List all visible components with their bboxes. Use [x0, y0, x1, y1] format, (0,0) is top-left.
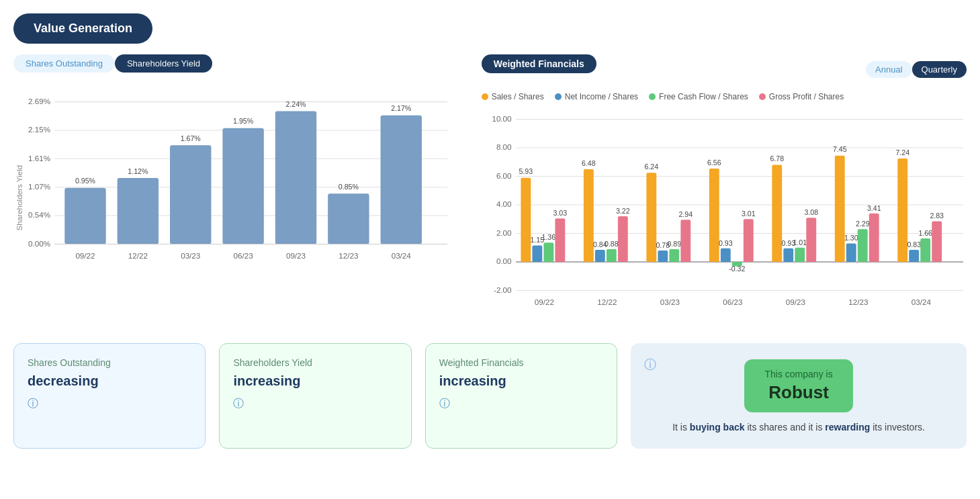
svg-rect-92	[806, 218, 816, 262]
legend-dot-gross-profit	[759, 93, 766, 100]
svg-rect-72	[669, 249, 679, 262]
svg-rect-108	[920, 238, 930, 262]
svg-text:06/23: 06/23	[234, 251, 253, 260]
legend-dot-net-income	[555, 93, 562, 100]
legend-label-gross-profit: Gross Profit / Shares	[769, 92, 844, 101]
svg-text:-0.32: -0.32	[729, 265, 745, 273]
card-yield-label: Shareholders Yield	[233, 357, 397, 368]
svg-rect-90	[795, 248, 805, 262]
svg-rect-79	[721, 248, 731, 262]
shareholders-yield-chart: Shareholders Yield 2.69% 2.15% 1.61% 1.0…	[13, 83, 455, 298]
svg-text:12/22: 12/22	[128, 251, 148, 260]
svg-rect-28	[328, 193, 369, 244]
svg-text:6.78: 6.78	[770, 154, 784, 163]
svg-text:2.15%: 2.15%	[28, 125, 50, 134]
svg-rect-70	[658, 251, 668, 262]
svg-text:1.36: 1.36	[541, 233, 555, 241]
svg-text:2.29: 2.29	[856, 220, 870, 228]
svg-rect-31	[381, 116, 422, 244]
svg-text:0.00: 0.00	[496, 257, 512, 265]
left-panel: Shares Outstanding Shareholders Yield Sh…	[13, 54, 455, 298]
svg-text:8.00: 8.00	[496, 142, 512, 151]
legend-dot-fcf	[649, 93, 656, 100]
svg-text:09/23: 09/23	[785, 298, 805, 306]
svg-text:3.41: 3.41	[867, 204, 881, 212]
right-panel: Weighted Financials Annual Quarterly Sal…	[482, 54, 967, 323]
svg-text:Shareholders Yield: Shareholders Yield	[15, 165, 24, 231]
svg-rect-59	[584, 169, 594, 262]
bottom-section: Shares Outstanding decreasing ⓘ Sharehol…	[13, 343, 967, 449]
svg-rect-106	[909, 250, 919, 262]
svg-text:0.88: 0.88	[605, 240, 619, 248]
svg-text:03/23: 03/23	[181, 251, 200, 260]
svg-text:6.48: 6.48	[582, 159, 596, 167]
svg-text:7.24: 7.24	[895, 148, 909, 156]
right-header: Weighted Financials Annual Quarterly	[482, 54, 967, 84]
period-annual-btn[interactable]: Annual	[866, 61, 911, 78]
chart-legend: Sales / Shares Net Income / Shares Free …	[482, 92, 967, 101]
svg-text:03/24: 03/24	[392, 251, 412, 260]
svg-rect-65	[618, 216, 628, 262]
tab-shareholders-yield[interactable]: Shareholders Yield	[115, 54, 212, 73]
robust-info-icon[interactable]: ⓘ	[644, 357, 656, 373]
svg-text:03/24: 03/24	[911, 298, 931, 306]
robust-description: It is buying back its shares and it is r…	[672, 422, 925, 433]
svg-text:0.89: 0.89	[667, 240, 681, 248]
svg-text:0.00%: 0.00%	[28, 239, 50, 248]
svg-rect-74	[680, 220, 691, 262]
svg-rect-104	[897, 158, 907, 262]
robust-card: ⓘ This company is Robust It is buying ba…	[631, 343, 967, 449]
svg-rect-97	[846, 243, 856, 262]
period-quarterly-btn[interactable]: Quarterly	[912, 61, 967, 78]
main-title: Value Generation	[13, 13, 152, 44]
svg-rect-86	[772, 165, 782, 262]
robust-badge: This company is Robust	[744, 359, 852, 412]
svg-text:1.30: 1.30	[844, 234, 858, 242]
card-shares-value: decreasing	[28, 373, 191, 389]
info-icon-wf[interactable]: ⓘ	[439, 397, 603, 411]
weighted-financials-title: Weighted Financials	[482, 54, 596, 73]
svg-text:6.00: 6.00	[496, 171, 512, 180]
svg-rect-83	[744, 219, 754, 262]
svg-text:2.24%: 2.24%	[285, 100, 306, 108]
svg-text:7.45: 7.45	[833, 145, 847, 153]
svg-text:12/23: 12/23	[848, 298, 868, 306]
svg-rect-101	[868, 214, 879, 262]
legend-fcf: Free Cash Flow / Shares	[649, 92, 748, 101]
card-weighted-financials: Weighted Financials increasing ⓘ	[425, 343, 617, 449]
svg-rect-77	[709, 169, 719, 262]
robust-badge-title: This company is	[764, 369, 832, 379]
svg-text:10.00: 10.00	[492, 114, 512, 123]
svg-text:3.22: 3.22	[616, 207, 630, 215]
weighted-financials-chart: 10.00 8.00 6.00 4.00 2.00 0.00 -2.00	[482, 108, 967, 323]
card-shares-outstanding: Shares Outstanding decreasing ⓘ	[13, 343, 206, 449]
svg-rect-61	[595, 250, 605, 262]
card-wf-label: Weighted Financials	[439, 357, 603, 368]
tab-shares-outstanding[interactable]: Shares Outstanding	[13, 54, 115, 73]
svg-rect-13	[64, 188, 105, 244]
info-icon-yield[interactable]: ⓘ	[233, 397, 397, 411]
svg-text:1.12%: 1.12%	[128, 167, 148, 175]
svg-text:6.56: 6.56	[707, 158, 721, 167]
card-shares-label: Shares Outstanding	[28, 357, 191, 368]
svg-text:2.69%: 2.69%	[28, 97, 50, 105]
svg-rect-95	[834, 156, 844, 262]
legend-sales: Sales / Shares	[482, 92, 544, 101]
info-icon-shares[interactable]: ⓘ	[28, 397, 191, 411]
svg-rect-22	[222, 128, 263, 244]
svg-text:09/22: 09/22	[535, 298, 554, 306]
left-tab-group: Shares Outstanding Shareholders Yield	[13, 54, 455, 73]
svg-text:1.67%: 1.67%	[181, 134, 202, 142]
svg-rect-25	[275, 111, 316, 244]
svg-text:12/23: 12/23	[339, 251, 358, 260]
svg-text:1.95%: 1.95%	[233, 117, 254, 125]
svg-rect-99	[857, 229, 867, 262]
svg-text:2.17%: 2.17%	[391, 104, 412, 112]
svg-text:3.03: 3.03	[553, 209, 567, 217]
card-wf-value: increasing	[439, 373, 603, 389]
legend-label-net-income: Net Income / Shares	[565, 92, 638, 101]
svg-text:03/23: 03/23	[660, 298, 679, 306]
svg-text:0.54%: 0.54%	[28, 210, 50, 219]
svg-text:2.94: 2.94	[678, 210, 693, 218]
legend-net-income: Net Income / Shares	[555, 92, 638, 101]
